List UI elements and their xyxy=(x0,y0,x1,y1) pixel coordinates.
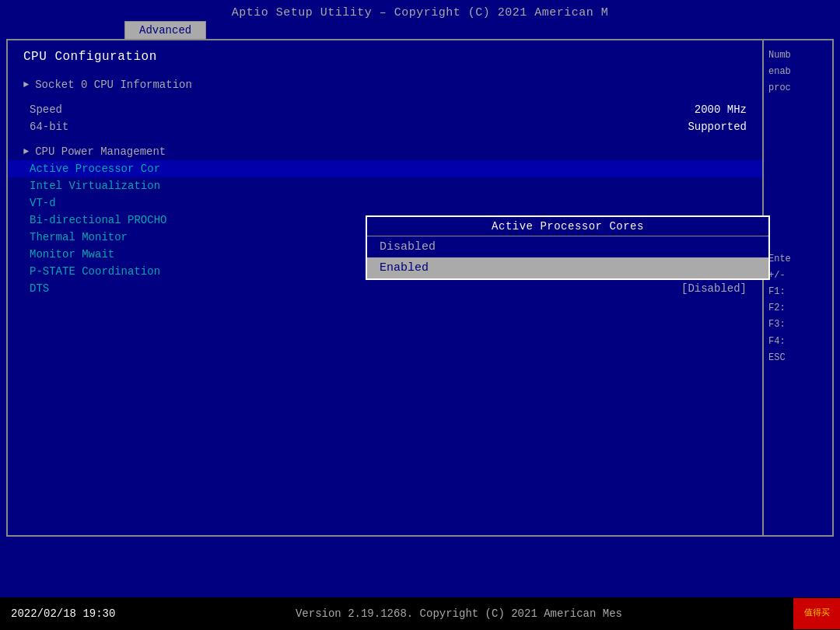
watermark: 值得买 xyxy=(793,598,840,629)
footer-bar: 2022/02/18 19:30 Version 2.19.1268. Copy… xyxy=(0,597,840,630)
list-item[interactable]: Active Processor Cor xyxy=(8,160,762,177)
key-esc: ESC xyxy=(768,351,828,366)
right-help-panel: Numb enab proc Ente +/- F1: F2: F3: F4: … xyxy=(762,40,832,535)
list-item: 64-bit Supported xyxy=(8,118,762,135)
list-item[interactable]: DTS [Disabled] xyxy=(8,280,762,297)
list-item[interactable]: CPU Power Management xyxy=(8,143,762,160)
key-f2: F2: xyxy=(768,301,828,316)
dropdown-title: Active Processor Cores xyxy=(367,217,768,236)
section-title: CPU Configuration xyxy=(23,50,762,64)
bios-title: Aptio Setup Utility – Copyright (C) 2021… xyxy=(232,6,609,19)
help-text-1: Numb xyxy=(768,48,828,63)
dropdown-option-enabled[interactable]: Enabled xyxy=(367,257,768,278)
key-enter: Ente xyxy=(768,252,828,267)
help-text-2: enab xyxy=(768,65,828,79)
key-f3: F3: xyxy=(768,317,828,332)
dropdown-option-disabled[interactable]: Disabled xyxy=(367,236,768,257)
version-text: Version 2.19.1268. Copyright (C) 2021 Am… xyxy=(124,607,793,620)
list-item[interactable]: Socket 0 CPU Information xyxy=(8,76,762,93)
list-item[interactable]: VT-d xyxy=(8,194,762,212)
list-item: Speed 2000 MHz xyxy=(8,101,762,118)
datetime: 2022/02/18 19:30 xyxy=(0,607,124,620)
dropdown-popup: Active Processor Cores Disabled Enabled xyxy=(366,215,770,280)
help-text-3: proc xyxy=(768,81,828,96)
key-f1: F1: xyxy=(768,285,828,299)
key-plusminus: +/- xyxy=(768,268,828,283)
list-item[interactable]: Intel Virtualization xyxy=(8,177,762,194)
tab-advanced[interactable]: Advanced xyxy=(124,21,206,39)
key-f4: F4: xyxy=(768,334,828,349)
